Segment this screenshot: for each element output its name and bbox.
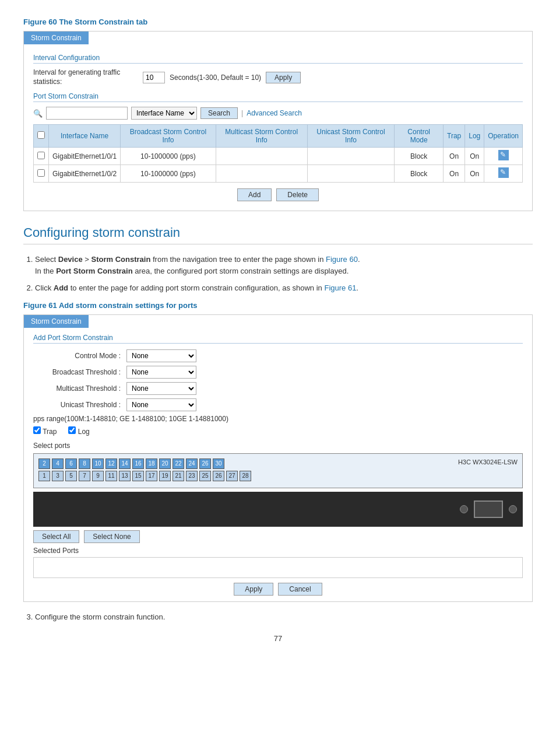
port-btn-bottom-19[interactable]: 19 — [159, 471, 171, 481]
step1: Select Device > Storm Constrain from the… — [35, 254, 533, 276]
broadcast-threshold-label: Broadcast Threshold : — [33, 368, 126, 376]
interval-input[interactable] — [143, 72, 165, 83]
step1-sub-text2: area, the configured port storm constrai… — [133, 267, 349, 275]
edit-icon-1[interactable] — [498, 167, 509, 178]
port-btn-bottom-11[interactable]: 11 — [105, 471, 117, 481]
port-btn-bottom-27[interactable]: 27 — [226, 471, 238, 481]
search-icon: 🔍 — [33, 109, 43, 118]
port-btn-top-16[interactable]: 16 — [132, 459, 144, 469]
step1-port-storm-bold: Port Storm Constrain — [56, 267, 132, 275]
search-button[interactable]: Search — [200, 107, 238, 119]
port-btn-top-12[interactable]: 12 — [105, 459, 117, 469]
port-btn-top-26[interactable]: 26 — [199, 459, 211, 469]
row-broadcast-1: 10-1000000 (pps) — [121, 165, 216, 183]
port-btn-bottom-26[interactable]: 26 — [213, 471, 224, 481]
port-btn-bottom-9[interactable]: 9 — [92, 471, 104, 481]
figure60-panel: Storm Constrain Interval Configuration I… — [23, 31, 533, 211]
port-circle-right — [509, 505, 517, 513]
port-btn-top-8[interactable]: 8 — [79, 459, 90, 469]
port-btn-bottom-17[interactable]: 17 — [146, 471, 157, 481]
port-btn-bottom-25[interactable]: 25 — [199, 471, 211, 481]
search-select[interactable]: Interface Name — [131, 107, 197, 120]
form-actions: Apply Cancel — [33, 583, 523, 596]
port-btn-bottom-1[interactable]: 1 — [38, 471, 50, 481]
port-storm-section-title: Port Storm Constrain — [33, 92, 523, 102]
interval-label: Interval for generating traffic statisti… — [33, 68, 138, 86]
trap-checkbox[interactable] — [33, 426, 41, 434]
step2-text1: Click — [35, 284, 54, 292]
log-text: Log — [78, 428, 90, 436]
control-mode-select[interactable]: None — [126, 349, 196, 362]
add-port-storm-title: Add Port Storm Constrain — [33, 334, 523, 344]
port-btn-bottom-13[interactable]: 13 — [119, 471, 131, 481]
step1-text3: from the navigation tree to enter the pa… — [150, 255, 326, 264]
step3-list: Configure the storm constrain function. — [35, 611, 533, 623]
interval-apply-button[interactable]: Apply — [266, 72, 301, 83]
log-label[interactable]: Log — [68, 426, 89, 436]
row-checkbox-cell — [34, 165, 49, 183]
page-number: 77 — [23, 634, 533, 643]
multicast-threshold-select[interactable]: None — [126, 382, 196, 395]
port-btn-bottom-21[interactable]: 21 — [173, 471, 184, 481]
trap-label[interactable]: Trap — [33, 426, 57, 436]
port-btn-top-10[interactable]: 10 — [92, 459, 104, 469]
section-heading: Configuring storm constrain — [23, 225, 533, 244]
figure61-title: Figure 61 Add storm constrain settings f… — [23, 301, 533, 310]
unicast-threshold-select[interactable]: None — [126, 398, 196, 411]
port-btn-bottom-15[interactable]: 15 — [132, 471, 144, 481]
advanced-search-link[interactable]: Advanced Search — [247, 109, 302, 117]
port-btn-top-20[interactable]: 20 — [159, 459, 171, 469]
port-btn-bottom-3[interactable]: 3 — [52, 471, 64, 481]
port-btn-top-22[interactable]: 22 — [173, 459, 184, 469]
row-checkbox-1[interactable] — [37, 169, 45, 177]
row-checkbox-0[interactable] — [37, 152, 45, 159]
table-row: GigabitEthernet1/0/2 10-1000000 (pps) Bl… — [34, 165, 523, 183]
port-btn-top-30[interactable]: 30 — [213, 459, 224, 469]
select-none-button[interactable]: Select None — [84, 530, 139, 543]
figure60-tab: Storm Constrain — [24, 32, 89, 44]
port-btn-top-2[interactable]: 2 — [38, 459, 50, 469]
port-btn-top-4[interactable]: 4 — [52, 459, 64, 469]
step2-figure61-link[interactable]: Figure 61 — [324, 284, 356, 292]
port-btn-top-24[interactable]: 24 — [186, 459, 198, 469]
row-control-mode-1: Block — [395, 165, 444, 183]
figure61-tab: Storm Constrain — [24, 315, 89, 328]
interval-section-title: Interval Configuration — [33, 54, 523, 64]
port-model-label: H3C WX3024E-LSW — [452, 459, 518, 466]
table-row: GigabitEthernet1/0/1 10-1000000 (pps) Bl… — [34, 148, 523, 165]
broadcast-threshold-select[interactable]: None — [126, 366, 196, 379]
port-visual-area — [33, 492, 523, 527]
port-btn-bottom-5[interactable]: 5 — [65, 471, 77, 481]
edit-icon-0[interactable] — [498, 150, 509, 160]
log-checkbox[interactable] — [68, 426, 76, 434]
row-trap-1: On — [444, 165, 465, 183]
row-unicast-0 — [307, 148, 395, 165]
control-mode-label: Control Mode : — [33, 352, 126, 360]
port-btn-bottom-28[interactable]: 28 — [240, 471, 251, 481]
interval-hint: Seconds(1-300, Default = 10) — [170, 74, 261, 82]
form-cancel-button[interactable]: Cancel — [278, 583, 322, 596]
port-btn-top-14[interactable]: 14 — [119, 459, 131, 469]
step1-text1: Select — [35, 255, 58, 264]
step1-period: . — [358, 255, 360, 264]
step1-figure60-link[interactable]: Figure 60 — [326, 255, 358, 264]
table-header-unicast: Unicast Storm Control Info — [307, 125, 395, 148]
select-all-button[interactable]: Select All — [33, 530, 79, 543]
port-btn-top-6[interactable]: 6 — [65, 459, 77, 469]
form-apply-button[interactable]: Apply — [234, 583, 273, 596]
add-button[interactable]: Add — [237, 188, 272, 201]
search-separator: | — [241, 109, 243, 117]
port-selector-box: 246810121416182022242630 135791113151719… — [33, 453, 523, 488]
search-input[interactable] — [46, 107, 128, 120]
control-mode-row: Control Mode : None — [33, 349, 523, 362]
port-btn-top-18[interactable]: 18 — [146, 459, 157, 469]
port-btn-bottom-23[interactable]: 23 — [186, 471, 198, 481]
delete-button[interactable]: Delete — [276, 188, 319, 201]
select-all-row: Select All Select None — [33, 530, 523, 543]
interval-row: Interval for generating traffic statisti… — [33, 68, 523, 86]
port-btn-bottom-7[interactable]: 7 — [79, 471, 90, 481]
step1-sub-text: In the — [35, 267, 56, 275]
step1-text2: > — [83, 255, 92, 264]
step3: Configure the storm constrain function. — [35, 611, 533, 623]
select-all-checkbox[interactable] — [37, 131, 45, 139]
